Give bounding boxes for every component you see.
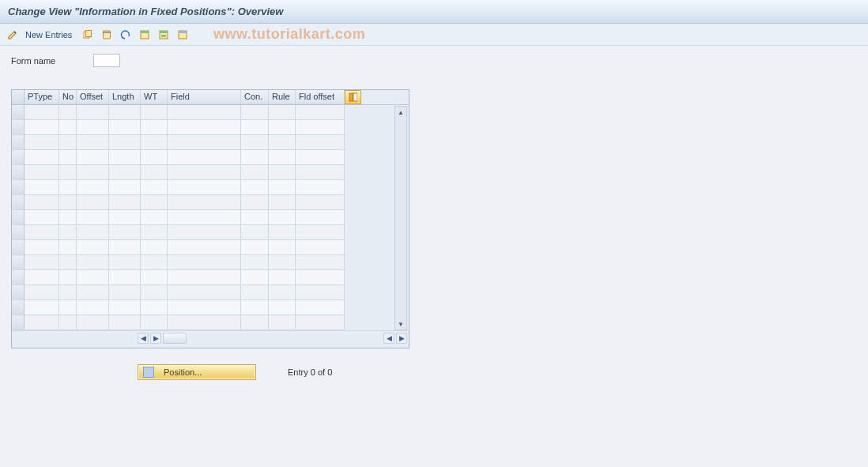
select-all-rows-corner[interactable]: [12, 90, 25, 104]
row-selector[interactable]: [12, 225, 25, 240]
table-cell[interactable]: [109, 270, 141, 285]
col-header-wt[interactable]: WT: [141, 90, 168, 104]
table-cell[interactable]: [141, 210, 168, 225]
table-cell[interactable]: [109, 300, 141, 315]
table-cell[interactable]: [168, 195, 241, 210]
table-cell[interactable]: [59, 135, 77, 150]
col-header-fld-offset[interactable]: Fld offset: [296, 90, 345, 104]
table-cell[interactable]: [59, 225, 77, 240]
table-cell[interactable]: [141, 300, 168, 315]
table-cell[interactable]: [25, 105, 59, 120]
table-cell[interactable]: [25, 150, 59, 165]
table-cell[interactable]: [77, 150, 109, 165]
table-cell[interactable]: [296, 270, 345, 285]
table-cell[interactable]: [269, 120, 296, 135]
position-button[interactable]: Position...: [138, 364, 256, 380]
scroll-thumb[interactable]: [163, 333, 187, 344]
table-cell[interactable]: [141, 285, 168, 300]
table-cell[interactable]: [59, 105, 77, 120]
table-cell[interactable]: [241, 210, 269, 225]
table-cell[interactable]: [241, 225, 269, 240]
table-cell[interactable]: [269, 285, 296, 300]
table-cell[interactable]: [269, 240, 296, 255]
col-header-offset[interactable]: Offset: [77, 90, 109, 104]
table-cell[interactable]: [59, 285, 77, 300]
table-cell[interactable]: [77, 105, 109, 120]
table-cell[interactable]: [168, 150, 241, 165]
table-cell[interactable]: [241, 300, 269, 315]
scroll-right-icon[interactable]: ▶: [150, 333, 161, 344]
table-cell[interactable]: [269, 165, 296, 180]
scroll-up-icon[interactable]: ▲: [395, 107, 406, 118]
table-cell[interactable]: [141, 240, 168, 255]
table-cell[interactable]: [168, 285, 241, 300]
table-cell[interactable]: [296, 180, 345, 195]
row-selector[interactable]: [12, 300, 25, 315]
delete-icon[interactable]: [99, 27, 115, 43]
table-cell[interactable]: [59, 240, 77, 255]
table-cell[interactable]: [109, 120, 141, 135]
col-header-rule[interactable]: Rule: [269, 90, 296, 104]
table-cell[interactable]: [296, 135, 345, 150]
table-cell[interactable]: [77, 165, 109, 180]
table-cell[interactable]: [241, 315, 269, 330]
table-cell[interactable]: [141, 105, 168, 120]
table-cell[interactable]: [77, 270, 109, 285]
table-cell[interactable]: [25, 255, 59, 270]
table-cell[interactable]: [109, 105, 141, 120]
table-cell[interactable]: [241, 270, 269, 285]
table-cell[interactable]: [59, 150, 77, 165]
table-cell[interactable]: [141, 270, 168, 285]
new-entries-button[interactable]: New Entries: [24, 30, 77, 40]
row-selector[interactable]: [12, 165, 25, 180]
table-cell[interactable]: [269, 255, 296, 270]
table-cell[interactable]: [141, 150, 168, 165]
table-cell[interactable]: [296, 105, 345, 120]
table-cell[interactable]: [269, 300, 296, 315]
table-cell[interactable]: [25, 270, 59, 285]
row-selector[interactable]: [12, 240, 25, 255]
scroll-left-end-icon[interactable]: ◀: [383, 333, 394, 344]
table-cell[interactable]: [77, 135, 109, 150]
table-cell[interactable]: [25, 180, 59, 195]
row-selector[interactable]: [12, 150, 25, 165]
table-cell[interactable]: [296, 210, 345, 225]
table-cell[interactable]: [109, 135, 141, 150]
table-cell[interactable]: [241, 105, 269, 120]
table-cell[interactable]: [296, 225, 345, 240]
scroll-left-icon[interactable]: ◀: [138, 333, 149, 344]
table-cell[interactable]: [296, 120, 345, 135]
table-cell[interactable]: [109, 165, 141, 180]
table-cell[interactable]: [241, 165, 269, 180]
table-cell[interactable]: [141, 195, 168, 210]
table-cell[interactable]: [109, 225, 141, 240]
table-cell[interactable]: [59, 195, 77, 210]
table-cell[interactable]: [25, 285, 59, 300]
table-cell[interactable]: [25, 315, 59, 330]
table-cell[interactable]: [269, 195, 296, 210]
table-cell[interactable]: [25, 135, 59, 150]
table-cell[interactable]: [168, 165, 241, 180]
row-selector[interactable]: [12, 270, 25, 285]
table-cell[interactable]: [168, 225, 241, 240]
table-cell[interactable]: [59, 315, 77, 330]
table-cell[interactable]: [241, 120, 269, 135]
table-cell[interactable]: [77, 180, 109, 195]
vertical-scrollbar[interactable]: ▲ ▼: [394, 106, 407, 330]
table-cell[interactable]: [168, 300, 241, 315]
table-cell[interactable]: [25, 300, 59, 315]
row-selector[interactable]: [12, 210, 25, 225]
table-cell[interactable]: [59, 120, 77, 135]
table-cell[interactable]: [269, 225, 296, 240]
table-cell[interactable]: [241, 255, 269, 270]
table-cell[interactable]: [25, 165, 59, 180]
table-cell[interactable]: [59, 165, 77, 180]
undo-icon[interactable]: [118, 27, 134, 43]
table-cell[interactable]: [109, 240, 141, 255]
table-cell[interactable]: [25, 210, 59, 225]
table-cell[interactable]: [296, 315, 345, 330]
table-cell[interactable]: [168, 240, 241, 255]
table-cell[interactable]: [241, 135, 269, 150]
table-cell[interactable]: [241, 285, 269, 300]
table-cell[interactable]: [269, 180, 296, 195]
